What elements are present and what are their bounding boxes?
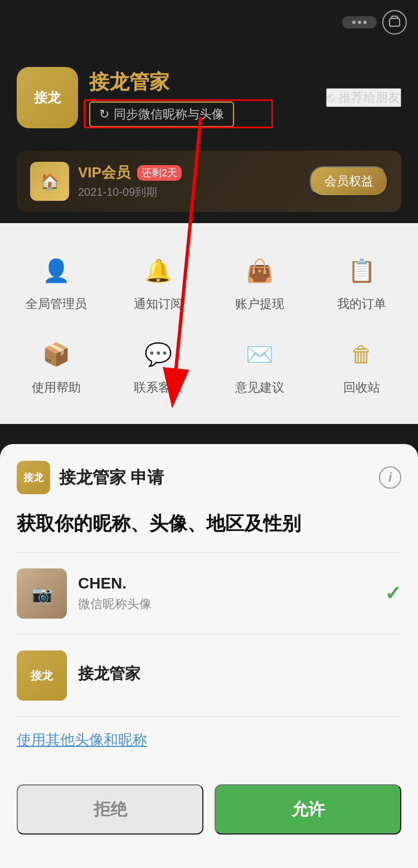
app-logo-text: 接龙	[34, 89, 61, 107]
menu-grid-container: 👤 全局管理员 🔔 通知订阅 👜 账户提现 📋 我的订单 📦 使用帮助 💬 联系…	[0, 223, 418, 424]
status-icons	[342, 10, 407, 35]
app-logo-mini-text: 接龙	[31, 668, 53, 683]
vip-logo: 🏠	[30, 162, 69, 201]
notify-icon: 🔔	[139, 251, 178, 290]
menu-grid: 👤 全局管理员 🔔 通知订阅 👜 账户提现 📋 我的订单 📦 使用帮助 💬 联系…	[0, 240, 418, 407]
support-icon: 💬	[139, 335, 178, 374]
vip-badge: 还剩2天	[137, 165, 182, 181]
reject-button[interactable]: 拒绝	[17, 784, 203, 835]
orders-icon: 📋	[342, 251, 381, 290]
camera-icon	[382, 10, 407, 35]
menu-item-withdraw[interactable]: 👜 账户提现	[209, 240, 311, 324]
menu-item-recycle[interactable]: 🗑 回收站	[311, 324, 413, 407]
withdraw-label: 账户提现	[235, 296, 284, 312]
orders-label: 我的订单	[337, 296, 386, 312]
vip-info: VIP会员 还剩2天 2021-10-09到期	[69, 163, 310, 200]
menu-item-support[interactable]: 💬 联系客服	[108, 324, 210, 407]
app-avatar-logo: 接龙	[17, 650, 67, 701]
help-icon: 📦	[37, 335, 76, 374]
withdraw-icon: 👜	[240, 251, 279, 290]
feedback-icon: ✉️	[240, 335, 279, 374]
menu-item-help[interactable]: 📦 使用帮助	[6, 324, 108, 407]
profile-header: 接龙 接龙管家 ↻ 同步微信昵称与头像 ⎋ 推荐给朋友	[0, 45, 418, 151]
app-logo: 接龙	[17, 67, 78, 128]
menu-item-admin[interactable]: 👤 全局管理员	[6, 240, 108, 324]
other-profile-link[interactable]: 使用其他头像和昵称	[17, 717, 401, 763]
dots-icon	[342, 16, 377, 28]
help-label: 使用帮助	[32, 379, 81, 396]
user-name: CHEN.	[78, 575, 373, 592]
sync-btn-text: 同步微信昵称与头像	[114, 106, 224, 123]
share-btn-label: 推荐给朋友	[339, 89, 400, 106]
app-option-name: 接龙管家	[78, 663, 401, 684]
menu-item-feedback[interactable]: ✉️ 意见建议	[209, 324, 311, 407]
app-name: 接龙管家	[89, 69, 326, 96]
check-icon: ✓	[385, 582, 401, 605]
share-icon: ⎋	[327, 90, 334, 105]
vip-title: VIP会员	[78, 163, 130, 182]
modal-logo-text: 接龙	[23, 471, 43, 484]
sync-icon: ↻	[99, 107, 109, 122]
menu-item-orders[interactable]: 📋 我的订单	[311, 240, 413, 324]
profile-info: 接龙管家 ↻ 同步微信昵称与头像	[78, 69, 326, 127]
app-profile-details: 接龙管家	[78, 663, 401, 688]
vip-title-row: VIP会员 还剩2天	[78, 163, 310, 182]
support-label: 联系客服	[134, 379, 183, 396]
info-icon[interactable]: i	[379, 466, 401, 489]
user-avatar-photo: 📷	[17, 568, 67, 619]
vip-logo-icon: 🏠	[40, 172, 60, 191]
menu-item-notify[interactable]: 🔔 通知订阅	[108, 240, 210, 324]
modal-buttons: 拒绝 允许	[17, 784, 401, 835]
bottom-modal: 接龙 接龙管家 申请 i 获取你的昵称、头像、地区及性别 📷 CHEN. 微信昵…	[0, 444, 418, 868]
feedback-label: 意见建议	[235, 379, 284, 396]
status-bar	[0, 0, 418, 45]
profile-option-user[interactable]: 📷 CHEN. 微信昵称头像 ✓	[17, 553, 401, 635]
vip-benefits-button[interactable]: 会员权益	[310, 166, 388, 196]
recycle-label: 回收站	[343, 379, 380, 396]
user-profile-details: CHEN. 微信昵称头像	[78, 575, 373, 613]
profile-option-app[interactable]: 接龙 接龙管家	[17, 635, 401, 717]
user-avatar: 📷	[17, 568, 67, 619]
vip-banner[interactable]: 🏠 VIP会员 还剩2天 2021-10-09到期 会员权益	[17, 151, 401, 212]
modal-app-row: 接龙 接龙管家 申请	[17, 461, 164, 494]
vip-date: 2021-10-09到期	[78, 185, 310, 200]
user-sub: 微信昵称头像	[78, 596, 373, 613]
recycle-icon: 🗑	[342, 335, 381, 374]
app-avatar: 接龙	[17, 650, 67, 701]
admin-icon: 👤	[37, 251, 76, 290]
allow-button[interactable]: 允许	[215, 784, 401, 835]
admin-label: 全局管理员	[26, 296, 87, 312]
modal-app-logo: 接龙	[17, 461, 50, 494]
modal-title: 获取你的昵称、头像、地区及性别	[17, 511, 401, 536]
modal-app-name: 接龙管家 申请	[59, 466, 164, 489]
share-button[interactable]: ⎋ 推荐给朋友	[326, 88, 401, 107]
notify-label: 通知订阅	[134, 296, 183, 312]
sync-button[interactable]: ↻ 同步微信昵称与头像	[89, 102, 234, 127]
modal-header: 接龙 接龙管家 申请 i	[17, 461, 401, 494]
